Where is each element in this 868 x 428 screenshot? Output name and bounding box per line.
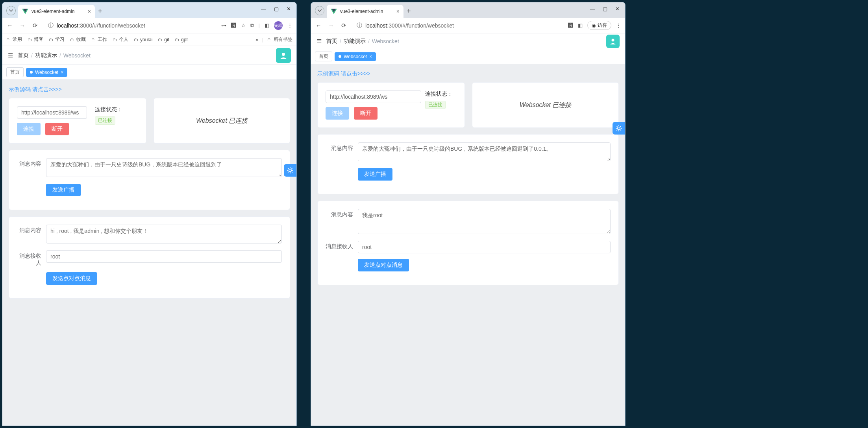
- key-icon[interactable]: ⊶: [221, 22, 226, 28]
- minimize-icon[interactable]: —: [261, 6, 266, 12]
- broadcast-textarea[interactable]: [46, 158, 282, 177]
- page-tab-home[interactable]: 首页: [6, 67, 24, 77]
- page-tab-home[interactable]: 首页: [315, 52, 332, 61]
- maximize-icon[interactable]: ▢: [274, 6, 279, 12]
- bookmark-item[interactable]: 🗀学习: [49, 36, 65, 43]
- reload-icon[interactable]: ⟳: [340, 22, 347, 29]
- connect-button[interactable]: 连接: [326, 107, 349, 120]
- close-tab-icon[interactable]: ×: [61, 70, 63, 75]
- send-p2p-button[interactable]: 发送点对点消息: [46, 272, 97, 285]
- maximize-icon[interactable]: ▢: [603, 6, 607, 12]
- sidebar-toggle-icon[interactable]: ☰: [316, 38, 322, 45]
- receiver-label: 消息接收人: [17, 250, 41, 267]
- page-tab-websocket[interactable]: Websocket ×: [26, 68, 67, 77]
- sidebar-toggle-icon[interactable]: ☰: [8, 52, 13, 59]
- p2p-textarea[interactable]: [46, 225, 282, 244]
- menu-dots-icon[interactable]: ⋮: [616, 22, 621, 28]
- send-broadcast-button[interactable]: 发送广播: [46, 184, 81, 196]
- settings-float-button[interactable]: [284, 164, 296, 177]
- bookmark-item[interactable]: 🗀工作: [91, 36, 107, 43]
- broadcast-textarea[interactable]: [358, 142, 611, 161]
- breadcrumb-sep: /: [368, 38, 370, 44]
- breadcrumb-sep: /: [340, 38, 341, 44]
- bookmark-item[interactable]: 🗀youlai: [134, 37, 152, 42]
- forward-icon[interactable]: →: [328, 22, 335, 29]
- minimize-icon[interactable]: —: [590, 6, 595, 12]
- p2p-card: 消息内容 消息接收人 发送点对点消息: [9, 216, 290, 299]
- url-field[interactable]: ⓘ localhost:3000/#/function/websocket: [353, 20, 563, 31]
- breadcrumb-item[interactable]: 功能演示: [344, 38, 366, 45]
- back-icon[interactable]: ←: [6, 22, 13, 29]
- folder-icon: 🗀: [134, 37, 139, 42]
- browser-tab[interactable]: vue3-element-admin ×: [327, 5, 403, 18]
- close-window-icon[interactable]: ✕: [615, 6, 620, 12]
- ws-url-input[interactable]: [326, 90, 421, 103]
- extensions-icon[interactable]: ⧉: [250, 22, 254, 29]
- svg-line-7: [292, 172, 292, 173]
- reload-icon[interactable]: ⟳: [31, 22, 39, 29]
- page-tab-websocket[interactable]: Websocket ×: [335, 52, 376, 61]
- source-code-link[interactable]: 示例源码 请点击>>>>: [9, 86, 290, 93]
- bookmark-item[interactable]: 🗀个人: [113, 36, 128, 43]
- disconnect-button[interactable]: 断开: [354, 107, 378, 120]
- back-icon[interactable]: ←: [315, 22, 322, 29]
- browser-window-right: vue3-element-admin × + — ▢ ✕ ← → ⟳ ⓘ loc…: [311, 2, 626, 426]
- source-code-link[interactable]: 示例源码 请点击>>>>: [317, 70, 619, 77]
- sidepanel-icon[interactable]: ◧: [265, 22, 269, 28]
- browser-tab[interactable]: vue3-element-admin ×: [18, 5, 95, 18]
- send-broadcast-button[interactable]: 发送广播: [358, 168, 392, 181]
- bookmark-item[interactable]: 🗀博客: [28, 36, 43, 43]
- svg-line-6: [288, 168, 289, 169]
- bookmark-item[interactable]: 🗀收藏: [70, 36, 86, 43]
- ws-url-input[interactable]: [17, 106, 87, 119]
- receiver-input[interactable]: [358, 241, 611, 253]
- user-avatar[interactable]: [276, 48, 291, 63]
- tab-search-dropdown[interactable]: [315, 6, 324, 15]
- disconnect-button[interactable]: 断开: [45, 123, 69, 135]
- close-tab-icon[interactable]: ×: [396, 8, 400, 15]
- all-bookmarks[interactable]: 🗀所有书签: [267, 36, 292, 43]
- translate-icon[interactable]: 🅰: [568, 22, 573, 28]
- url-text: localhost:3000/#/function/websocket: [57, 22, 145, 29]
- user-avatar[interactable]: [606, 35, 620, 48]
- menu-dots-icon[interactable]: ⋮: [287, 22, 292, 28]
- breadcrumb-item[interactable]: 功能演示: [35, 52, 57, 59]
- star-icon[interactable]: ☆: [241, 22, 246, 28]
- p2p-textarea[interactable]: [358, 209, 611, 234]
- send-p2p-button[interactable]: 发送点对点消息: [358, 259, 409, 271]
- profile-avatar-badge[interactable]: 先端: [274, 21, 283, 30]
- guest-profile-chip[interactable]: ◉ 访客: [587, 21, 611, 30]
- close-tab-icon[interactable]: ×: [369, 54, 372, 59]
- receiver-input[interactable]: [46, 250, 282, 263]
- svg-line-9: [292, 168, 292, 169]
- gear-icon: [615, 125, 622, 132]
- translate-icon[interactable]: 🅰: [231, 22, 236, 28]
- connection-card: 连接 断开 连接状态： 已连接: [9, 98, 146, 144]
- new-tab-button[interactable]: +: [403, 7, 414, 18]
- url-field[interactable]: ⓘ localhost:3000/#/function/websocket: [44, 20, 216, 31]
- bookmark-item[interactable]: 🗀gpt: [175, 37, 188, 42]
- tab-search-dropdown[interactable]: [6, 6, 16, 15]
- status-card: Websocket 已连接: [154, 98, 290, 144]
- new-tab-button[interactable]: +: [95, 7, 105, 18]
- bookmarks-overflow-icon[interactable]: »: [255, 37, 258, 42]
- sidepanel-icon[interactable]: ◧: [578, 22, 583, 28]
- separator: |: [259, 22, 260, 28]
- close-tab-icon[interactable]: ×: [88, 8, 91, 15]
- site-info-icon[interactable]: ⓘ: [48, 22, 54, 29]
- broadcast-label: 消息内容: [326, 142, 353, 152]
- ws-status-text: Websocket 已连接: [520, 101, 571, 109]
- bookmark-item[interactable]: 🗀git: [158, 37, 169, 42]
- breadcrumb-item[interactable]: 首页: [18, 52, 29, 59]
- svg-line-16: [616, 126, 617, 127]
- status-label: 连接状态：: [95, 106, 138, 113]
- forward-icon[interactable]: →: [19, 22, 26, 29]
- page-content: 示例源码 请点击>>>> 连接 断开 连接状态： 已连接: [311, 64, 625, 426]
- site-info-icon[interactable]: ⓘ: [357, 22, 362, 29]
- close-window-icon[interactable]: ✕: [287, 6, 291, 12]
- breadcrumb-item[interactable]: 首页: [326, 38, 337, 45]
- settings-float-button[interactable]: [613, 122, 625, 135]
- bookmark-item[interactable]: 🗀常用: [6, 36, 22, 43]
- folder-icon: 🗀: [28, 37, 32, 42]
- connect-button[interactable]: 连接: [17, 123, 41, 135]
